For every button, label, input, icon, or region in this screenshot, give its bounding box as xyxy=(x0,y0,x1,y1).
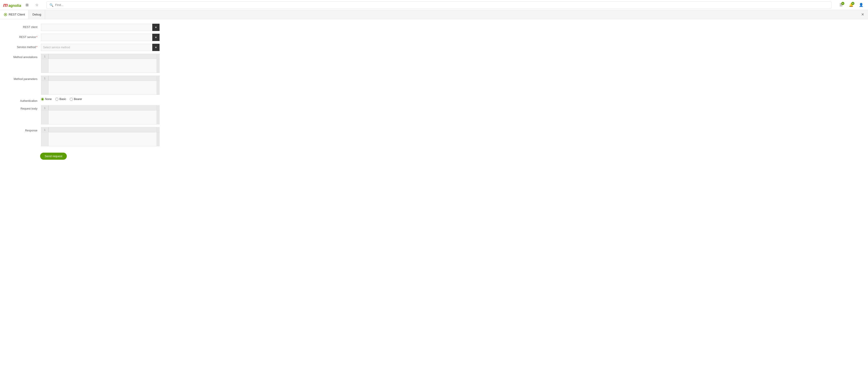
top-nav: m agnolia ⊞ ☆ 🔍 ☰ 0 🔔 0 👤 xyxy=(0,0,868,10)
rest-client-tab[interactable]: REST Client xyxy=(0,10,29,19)
request-body-scrollbar-top xyxy=(157,105,159,110)
method-parameters-label: Method parameters xyxy=(5,76,41,81)
tabs-close-area: ✕ xyxy=(860,12,868,17)
search-input[interactable] xyxy=(55,3,829,7)
send-request-button[interactable]: Send request xyxy=(40,153,67,160)
parameters-scrollbar-right xyxy=(157,81,159,95)
close-button[interactable]: ✕ xyxy=(860,12,865,17)
close-icon: ✕ xyxy=(861,12,864,17)
svg-point-3 xyxy=(5,14,6,15)
response-scrollbar-right xyxy=(157,132,159,146)
response-line-number-header: 1 xyxy=(41,127,49,132)
response-scrollbar-top xyxy=(157,127,159,132)
star-icon: ☆ xyxy=(35,3,38,7)
rest-client-label: REST client xyxy=(5,24,41,29)
auth-bearer-option[interactable]: Bearer xyxy=(70,97,82,101)
rest-client-icon xyxy=(4,13,7,17)
favorites-icon-btn[interactable]: ☆ xyxy=(33,1,41,9)
request-body-scrollbar-right xyxy=(157,110,159,124)
annotations-editor-header: 1 xyxy=(41,54,159,59)
request-body-label: Request body xyxy=(5,105,41,110)
response-row: Response 1 xyxy=(0,127,868,146)
method-annotations-editor: 1 xyxy=(41,54,160,73)
auth-options-group: None Basic Bearer xyxy=(41,97,82,101)
parameters-scrollbar-top xyxy=(157,76,159,81)
response-line-numbers xyxy=(41,132,49,146)
rest-client-input[interactable] xyxy=(41,24,152,31)
user-profile-button[interactable]: 👤 xyxy=(857,1,865,9)
required-star: * xyxy=(36,36,37,39)
method-parameters-textarea[interactable] xyxy=(49,81,157,95)
authentication-label: Authentication xyxy=(5,97,41,102)
service-method-row: Service method* ▾ xyxy=(0,44,868,51)
rest-client-row: REST client ▾ xyxy=(0,24,868,31)
response-label: Response xyxy=(5,127,41,132)
debug-tab[interactable]: Debug xyxy=(29,10,45,19)
request-body-line-numbers xyxy=(41,110,49,124)
service-method-control: ▾ xyxy=(41,44,160,51)
rest-client-control: ▾ xyxy=(41,24,160,31)
method-annotations-row: Method annotations 1 xyxy=(0,54,868,73)
tasks-badge: 0 xyxy=(841,2,844,5)
chevron-down-icon: ▾ xyxy=(155,26,157,29)
rest-service-input[interactable] xyxy=(41,34,152,41)
auth-basic-label: Basic xyxy=(60,97,66,101)
required-star-2: * xyxy=(36,45,37,49)
apps-icon-btn[interactable]: ⊞ xyxy=(23,1,31,9)
debug-tab-label: Debug xyxy=(32,13,41,16)
chevron-down-icon: ▾ xyxy=(155,36,157,39)
svg-text:m: m xyxy=(3,2,8,8)
auth-bearer-radio[interactable] xyxy=(70,98,73,101)
response-textarea[interactable] xyxy=(49,132,157,146)
nav-right: ☰ 0 🔔 0 👤 xyxy=(837,1,865,9)
params-line-number-header: 1 xyxy=(41,76,49,81)
rest-service-label: REST service* xyxy=(5,34,41,39)
auth-none-option[interactable]: None xyxy=(41,97,52,101)
apps-grid-icon: ⊞ xyxy=(26,3,29,7)
rest-service-dropdown-btn[interactable]: ▾ xyxy=(152,34,160,41)
service-method-input[interactable] xyxy=(41,44,152,51)
user-icon: 👤 xyxy=(859,3,863,7)
logo: m agnolia xyxy=(3,2,21,8)
request-body-editor: 1 xyxy=(41,105,160,124)
send-request-row: Send request xyxy=(0,149,868,160)
response-editor: 1 xyxy=(41,127,160,146)
tasks-button[interactable]: ☰ 0 xyxy=(837,1,845,9)
search-icon: 🔍 xyxy=(50,3,53,7)
service-method-dropdown-btn[interactable]: ▾ xyxy=(152,44,160,51)
rest-service-row: REST service* ▾ xyxy=(0,34,868,41)
search-area: 🔍 xyxy=(46,1,832,9)
svg-text:agnolia: agnolia xyxy=(8,4,21,7)
auth-none-radio[interactable] xyxy=(41,98,44,101)
chevron-down-icon: ▾ xyxy=(155,46,157,49)
response-code-body xyxy=(41,132,159,146)
app-tab-bar: REST Client Debug ✕ xyxy=(0,10,868,19)
rest-client-tab-label: REST Client xyxy=(9,13,25,16)
auth-basic-option[interactable]: Basic xyxy=(55,97,66,101)
request-body-row: Request body 1 xyxy=(0,105,868,124)
annotations-scrollbar-right xyxy=(157,59,159,73)
notifications-button[interactable]: 🔔 0 xyxy=(847,1,855,9)
parameters-editor-header: 1 xyxy=(41,76,159,81)
request-body-textarea[interactable] xyxy=(49,110,157,124)
main-content: REST client ▾ REST service* ▾ Service me… xyxy=(0,19,868,385)
annotations-code-body xyxy=(41,59,159,73)
line-number-header: 1 xyxy=(41,54,49,59)
service-method-label: Service method* xyxy=(5,44,41,49)
auth-basic-radio[interactable] xyxy=(55,98,58,101)
parameters-line-numbers xyxy=(41,81,49,95)
annotations-line-numbers xyxy=(41,59,49,73)
request-body-code-body xyxy=(41,110,159,124)
method-parameters-row: Method parameters 1 xyxy=(0,76,868,95)
auth-bearer-label: Bearer xyxy=(74,97,82,101)
request-body-editor-header: 1 xyxy=(41,105,159,110)
notifications-badge: 0 xyxy=(851,2,854,5)
rest-client-dropdown-btn[interactable]: ▾ xyxy=(152,24,160,31)
parameters-code-body xyxy=(41,81,159,95)
rest-service-control: ▾ xyxy=(41,34,160,41)
authentication-row: Authentication None Basic Bearer xyxy=(0,97,868,102)
response-editor-header: 1 xyxy=(41,127,159,132)
annotations-scrollbar-top xyxy=(157,54,159,59)
request-body-line-number-header: 1 xyxy=(41,105,49,110)
method-annotations-textarea[interactable] xyxy=(49,59,157,73)
